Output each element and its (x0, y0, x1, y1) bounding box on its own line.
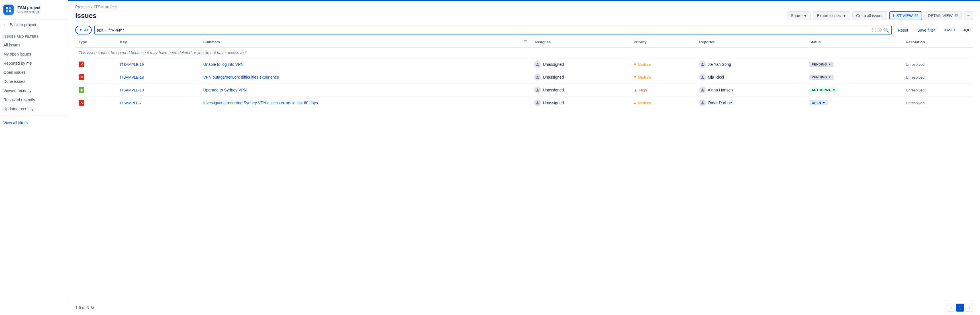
filter-input-icons: ⛶ ⓘ 🔍 (872, 27, 889, 33)
reset-button[interactable]: Reset (894, 26, 912, 34)
col-assignee: Assignee (531, 37, 630, 47)
table-body: This issue cannot be opened because it m… (75, 47, 973, 109)
cell-type: ✕ (75, 71, 117, 84)
issue-key-link[interactable]: ITSAMPLE-19 (120, 62, 144, 67)
cell-resolution: Unresolved (902, 97, 973, 109)
page-1-button[interactable]: 1 (956, 304, 964, 312)
issue-summary-link[interactable]: Upgrade to Sydney VPN (203, 88, 247, 92)
sidebar-item-updated-recently[interactable]: Updated recently (0, 104, 68, 113)
assignee-cell: Unassigned (534, 99, 627, 106)
cell-assignee: Unassigned (531, 97, 630, 109)
issue-summary-link[interactable]: Investigating recurring Sydney VPN acces… (203, 100, 318, 105)
status-badge[interactable]: PENDING ▼ (809, 62, 834, 67)
cell-reporter: Alana Hansen (696, 84, 806, 97)
project-type: Service project (16, 10, 40, 14)
issue-key-link[interactable]: ITSAMPLE-7 (120, 101, 142, 105)
issue-summary-link[interactable]: Unable to log into VPN (203, 62, 243, 67)
ai-button[interactable]: ✦ AI (75, 25, 92, 35)
share-button[interactable]: Share ▼ (787, 11, 811, 20)
cell-assignee: Unassigned (531, 84, 630, 97)
reporter-name: Jie Yan Song (708, 62, 731, 67)
chevron-down-icon: ▼ (822, 101, 825, 105)
sidebar-item-reported-by-me[interactable]: Reported by me (0, 59, 68, 68)
back-to-project[interactable]: ← Back to project (0, 20, 68, 30)
sidebar-item-viewed-recently[interactable]: Viewed recently (0, 86, 68, 95)
page-actions: Share ▼ Export issues ▼ Go to all issues… (787, 11, 973, 20)
svg-point-10 (537, 102, 538, 103)
jql-mode-button[interactable]: JQL (960, 26, 973, 34)
cell-key: ITSAMPLE-19 (117, 58, 200, 71)
avatar (534, 99, 541, 106)
reporter-cell: Omar Darboe (699, 99, 802, 106)
priority-label: High (639, 88, 647, 92)
sidebar-item-all-issues[interactable]: All issues (0, 40, 68, 49)
detail-view-icon: ☷ (955, 13, 958, 18)
main-content: Projects / ITSM project Issues Share ▼ E… (68, 0, 980, 315)
chevron-down-icon: ▼ (842, 13, 846, 18)
svg-rect-2 (6, 10, 8, 12)
issue-type-icon: ✕ (79, 74, 84, 80)
cell-resolution: Unresolved (902, 84, 973, 97)
reporter-cell: Jie Yan Song (699, 61, 802, 68)
svg-rect-0 (6, 7, 8, 10)
cell-reporter: Omar Darboe (696, 97, 806, 109)
table-header: Type Key Summary ☰ Assignee Priority Rep… (75, 37, 973, 47)
cell-assignee: Unassigned (531, 58, 630, 71)
filter-input-container[interactable]: text ~ "\"VPN\"" ⛶ ⓘ 🔍 (94, 25, 892, 35)
chevron-down-icon: ▼ (828, 63, 831, 66)
priority-label: Medium (638, 62, 651, 67)
pagination-controls: ‹ 1 › (947, 304, 973, 312)
prev-page-button[interactable]: ‹ (947, 304, 955, 312)
save-filter-button[interactable]: Save filter (914, 26, 939, 34)
col-summary: Summary ☰ (200, 37, 531, 47)
avatar (699, 61, 706, 68)
basic-mode-button[interactable]: BASIC (941, 26, 958, 34)
view-all-filters[interactable]: View all filters (0, 118, 68, 127)
more-options-button[interactable]: ⋯ (964, 11, 973, 20)
sidebar-item-my-open-issues[interactable]: My open issues (0, 49, 68, 59)
priority-icon: ≡ (633, 75, 636, 80)
svg-point-6 (537, 76, 538, 77)
issue-key-link[interactable]: ITSAMPLE-10 (120, 88, 144, 92)
status-badge[interactable]: PENDING ▼ (809, 75, 834, 80)
status-badge[interactable]: OPEN ▼ (809, 100, 828, 105)
detail-view-button[interactable]: DETAIL VIEW ☷ (924, 11, 962, 20)
cell-key: ITSAMPLE-7 (117, 97, 200, 109)
column-settings-icon[interactable]: ☰ (524, 40, 527, 44)
priority-cell: ≡Medium (633, 62, 692, 67)
sidebar-header: ITSM project Service project (0, 0, 68, 20)
cell-priority: ≡Medium (630, 58, 696, 71)
issues-filters-section-title: ISSUES AND FILTERS (0, 30, 68, 40)
reporter-cell: Mia Ricci (699, 74, 802, 81)
reporter-name: Omar Darboe (708, 100, 732, 105)
breadcrumb-projects[interactable]: Projects (75, 5, 90, 9)
sidebar-item-open-issues[interactable]: Open issues (0, 68, 68, 77)
sidebar-item-done-issues[interactable]: Done issues (0, 77, 68, 86)
table-row: ✕ITSAMPLE-19Unable to log into VPNUnassi… (75, 58, 973, 71)
issue-key-link[interactable]: ITSAMPLE-18 (120, 75, 144, 80)
refresh-icon[interactable]: ↻ (91, 305, 94, 310)
issues-table: Type Key Summary ☰ Assignee Priority Rep… (75, 37, 973, 109)
go-to-all-issues-button[interactable]: Go to all issues (853, 11, 887, 20)
export-issues-button[interactable]: Export issues ▼ (813, 11, 850, 20)
search-icon: 🔍 (883, 27, 889, 33)
priority-cell: ≡Medium (633, 75, 692, 80)
next-page-button[interactable]: › (965, 304, 973, 312)
assignee-name: Unassigned (543, 62, 564, 67)
priority-icon: ▲ (633, 88, 638, 92)
reporter-name: Alana Hansen (708, 88, 733, 92)
sidebar-item-resolved-recently[interactable]: Resolved recently (0, 95, 68, 104)
svg-rect-1 (9, 7, 11, 10)
breadcrumb: Projects / ITSM project (68, 1, 980, 10)
cell-summary: Upgrade to Sydney VPN (200, 84, 531, 97)
col-resolution: Resolution (902, 37, 973, 47)
list-view-button[interactable]: LIST VIEW ☷ (889, 11, 922, 20)
priority-cell: ▲High (633, 88, 692, 92)
assignee-name: Unassigned (543, 75, 564, 80)
status-badge[interactable]: AUTHORIZE ▼ (809, 88, 838, 92)
issue-summary-link[interactable]: VPN outage/network difficulties experien… (203, 75, 279, 80)
table-row: ✕ITSAMPLE-7Investigating recurring Sydne… (75, 97, 973, 109)
cell-status: OPEN ▼ (806, 97, 902, 109)
breadcrumb-project[interactable]: ITSM project (94, 5, 116, 9)
pagination-summary: 1-5 of 5 (75, 305, 89, 310)
